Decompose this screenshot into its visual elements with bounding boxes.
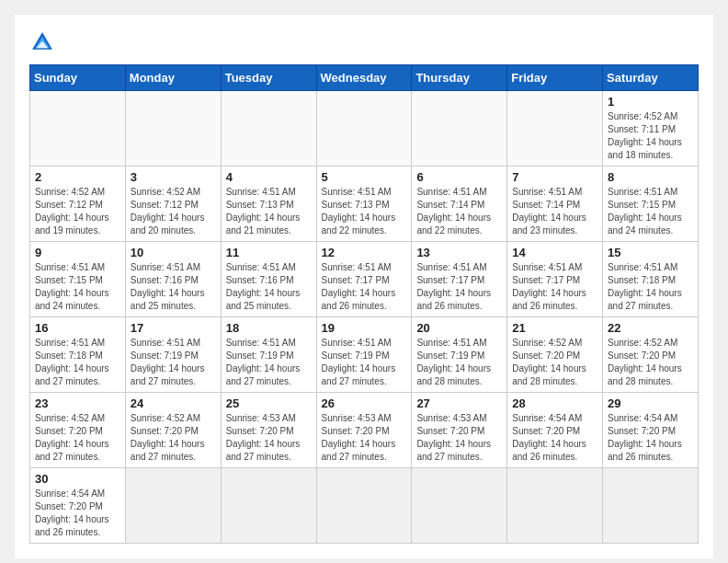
day-number: 24 — [131, 396, 216, 410]
calendar-cell: 17Sunrise: 4:51 AM Sunset: 7:19 PM Dayli… — [125, 317, 221, 393]
calendar-cell: 16Sunrise: 4:51 AM Sunset: 7:18 PM Dayli… — [30, 317, 126, 393]
day-number: 19 — [322, 321, 407, 335]
calendar-cell: 30Sunrise: 4:54 AM Sunset: 7:20 PM Dayli… — [30, 468, 126, 544]
header — [29, 29, 699, 55]
week-row-4: 16Sunrise: 4:51 AM Sunset: 7:18 PM Dayli… — [30, 317, 699, 393]
calendar-cell: 24Sunrise: 4:52 AM Sunset: 7:20 PM Dayli… — [125, 393, 221, 468]
day-info: Sunrise: 4:51 AM Sunset: 7:19 PM Dayligh… — [226, 337, 312, 388]
day-info: Sunrise: 4:51 AM Sunset: 7:19 PM Dayligh… — [131, 337, 216, 388]
day-number: 12 — [322, 246, 407, 259]
calendar-cell: 1Sunrise: 4:52 AM Sunset: 7:11 PM Daylig… — [603, 91, 699, 167]
calendar-cell: 14Sunrise: 4:51 AM Sunset: 7:17 PM Dayli… — [507, 242, 603, 317]
calendar-cell — [30, 91, 126, 167]
day-number: 29 — [608, 396, 693, 410]
day-info: Sunrise: 4:51 AM Sunset: 7:18 PM Dayligh… — [35, 337, 120, 388]
logo-icon — [29, 29, 55, 55]
calendar-cell: 5Sunrise: 4:51 AM Sunset: 7:13 PM Daylig… — [316, 167, 412, 242]
day-info: Sunrise: 4:54 AM Sunset: 7:20 PM Dayligh… — [608, 412, 693, 464]
day-number: 25 — [226, 396, 312, 410]
calendar-cell: 19Sunrise: 4:51 AM Sunset: 7:19 PM Dayli… — [316, 317, 412, 393]
day-number: 28 — [512, 396, 597, 410]
day-number: 20 — [416, 321, 502, 335]
calendar-cell: 9Sunrise: 4:51 AM Sunset: 7:15 PM Daylig… — [30, 242, 126, 317]
day-info: Sunrise: 4:51 AM Sunset: 7:13 PM Dayligh… — [322, 186, 407, 237]
calendar-cell: 29Sunrise: 4:54 AM Sunset: 7:20 PM Dayli… — [603, 393, 699, 468]
day-info: Sunrise: 4:51 AM Sunset: 7:15 PM Dayligh… — [608, 186, 693, 237]
weekday-header-friday: Friday — [507, 65, 603, 91]
week-row-5: 23Sunrise: 4:52 AM Sunset: 7:20 PM Dayli… — [30, 393, 699, 468]
calendar-cell: 15Sunrise: 4:51 AM Sunset: 7:18 PM Dayli… — [603, 242, 699, 317]
day-info: Sunrise: 4:51 AM Sunset: 7:13 PM Dayligh… — [226, 186, 312, 237]
day-number: 7 — [512, 170, 597, 184]
day-number: 27 — [416, 396, 502, 410]
week-row-1: 1Sunrise: 4:52 AM Sunset: 7:11 PM Daylig… — [30, 91, 699, 167]
day-info: Sunrise: 4:51 AM Sunset: 7:16 PM Dayligh… — [226, 261, 312, 313]
calendar-cell: 13Sunrise: 4:51 AM Sunset: 7:17 PM Dayli… — [412, 242, 507, 317]
week-row-2: 2Sunrise: 4:52 AM Sunset: 7:12 PM Daylig… — [30, 167, 699, 242]
calendar-cell — [125, 468, 221, 544]
calendar-cell: 3Sunrise: 4:52 AM Sunset: 7:12 PM Daylig… — [125, 167, 221, 242]
day-info: Sunrise: 4:51 AM Sunset: 7:14 PM Dayligh… — [512, 186, 597, 237]
week-row-3: 9Sunrise: 4:51 AM Sunset: 7:15 PM Daylig… — [30, 242, 699, 317]
day-info: Sunrise: 4:51 AM Sunset: 7:14 PM Dayligh… — [416, 186, 502, 237]
day-number: 10 — [131, 246, 216, 259]
day-number: 9 — [35, 246, 120, 259]
day-info: Sunrise: 4:51 AM Sunset: 7:16 PM Dayligh… — [131, 261, 216, 313]
logo — [29, 29, 59, 55]
day-number: 23 — [35, 396, 120, 410]
day-number: 1 — [608, 95, 693, 109]
day-info: Sunrise: 4:52 AM Sunset: 7:20 PM Dayligh… — [35, 412, 120, 464]
day-number: 8 — [608, 170, 693, 184]
calendar-cell: 4Sunrise: 4:51 AM Sunset: 7:13 PM Daylig… — [221, 167, 316, 242]
calendar-cell — [507, 91, 603, 167]
calendar-cell: 11Sunrise: 4:51 AM Sunset: 7:16 PM Dayli… — [221, 242, 316, 317]
day-info: Sunrise: 4:53 AM Sunset: 7:20 PM Dayligh… — [226, 412, 312, 464]
calendar-page: SundayMondayTuesdayWednesdayThursdayFrid… — [15, 15, 713, 558]
calendar-cell: 22Sunrise: 4:52 AM Sunset: 7:20 PM Dayli… — [603, 317, 699, 393]
day-number: 3 — [131, 170, 216, 184]
weekday-header-tuesday: Tuesday — [221, 65, 316, 91]
day-info: Sunrise: 4:52 AM Sunset: 7:20 PM Dayligh… — [131, 412, 216, 464]
calendar-cell — [507, 468, 603, 544]
day-info: Sunrise: 4:54 AM Sunset: 7:20 PM Dayligh… — [512, 412, 597, 464]
calendar-cell: 8Sunrise: 4:51 AM Sunset: 7:15 PM Daylig… — [603, 167, 699, 242]
calendar-cell: 10Sunrise: 4:51 AM Sunset: 7:16 PM Dayli… — [125, 242, 221, 317]
day-number: 26 — [322, 396, 407, 410]
calendar-cell: 25Sunrise: 4:53 AM Sunset: 7:20 PM Dayli… — [221, 393, 316, 468]
day-info: Sunrise: 4:54 AM Sunset: 7:20 PM Dayligh… — [35, 488, 120, 539]
day-number: 21 — [512, 321, 597, 335]
day-info: Sunrise: 4:51 AM Sunset: 7:17 PM Dayligh… — [512, 261, 597, 313]
day-number: 2 — [35, 170, 120, 184]
day-number: 18 — [226, 321, 312, 335]
day-number: 14 — [512, 246, 597, 259]
day-number: 4 — [226, 170, 312, 184]
calendar-cell — [316, 468, 412, 544]
calendar-cell: 20Sunrise: 4:51 AM Sunset: 7:19 PM Dayli… — [412, 317, 507, 393]
calendar-cell: 28Sunrise: 4:54 AM Sunset: 7:20 PM Dayli… — [507, 393, 603, 468]
weekday-header-thursday: Thursday — [412, 65, 507, 91]
day-info: Sunrise: 4:51 AM Sunset: 7:15 PM Dayligh… — [35, 261, 120, 313]
calendar-cell — [221, 91, 316, 167]
day-number: 30 — [35, 472, 120, 486]
day-info: Sunrise: 4:52 AM Sunset: 7:12 PM Dayligh… — [131, 186, 216, 237]
day-info: Sunrise: 4:51 AM Sunset: 7:19 PM Dayligh… — [322, 337, 407, 388]
day-info: Sunrise: 4:51 AM Sunset: 7:17 PM Dayligh… — [322, 261, 407, 313]
calendar-cell — [603, 468, 699, 544]
day-number: 5 — [322, 170, 407, 184]
calendar-cell — [221, 468, 316, 544]
calendar-cell: 7Sunrise: 4:51 AM Sunset: 7:14 PM Daylig… — [507, 167, 603, 242]
weekday-header-wednesday: Wednesday — [316, 65, 412, 91]
weekday-header-sunday: Sunday — [30, 65, 126, 91]
day-info: Sunrise: 4:51 AM Sunset: 7:17 PM Dayligh… — [416, 261, 502, 313]
day-info: Sunrise: 4:53 AM Sunset: 7:20 PM Dayligh… — [416, 412, 502, 464]
day-info: Sunrise: 4:51 AM Sunset: 7:18 PM Dayligh… — [608, 261, 693, 313]
calendar-cell: 26Sunrise: 4:53 AM Sunset: 7:20 PM Dayli… — [316, 393, 412, 468]
calendar-cell: 21Sunrise: 4:52 AM Sunset: 7:20 PM Dayli… — [507, 317, 603, 393]
day-number: 6 — [416, 170, 502, 184]
calendar-cell: 2Sunrise: 4:52 AM Sunset: 7:12 PM Daylig… — [30, 167, 126, 242]
day-number: 11 — [226, 246, 312, 259]
calendar-cell — [316, 91, 412, 167]
calendar-table: SundayMondayTuesdayWednesdayThursdayFrid… — [29, 64, 699, 544]
weekday-header-row: SundayMondayTuesdayWednesdayThursdayFrid… — [30, 65, 699, 91]
day-number: 22 — [608, 321, 693, 335]
